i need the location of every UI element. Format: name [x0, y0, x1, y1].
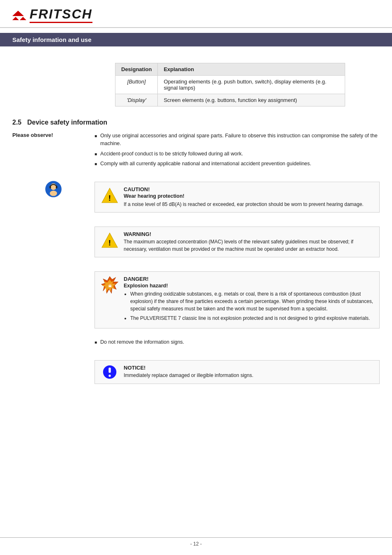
- list-item: When grinding oxidizable substances, e.g…: [130, 290, 374, 312]
- svg-point-2: [50, 191, 57, 196]
- notice-text: Immediately replace damaged or illegible…: [124, 372, 254, 379]
- svg-rect-14: [108, 368, 111, 373]
- caution-content: CAUTION! Wear hearing protection! If a n…: [124, 186, 364, 208]
- notice-left-spacer: [12, 356, 95, 388]
- table-cell-designation-1: 'Display': [115, 94, 158, 106]
- list-item: Only use original accessories and origin…: [95, 132, 380, 148]
- logo-triangle-top-icon: [12, 11, 24, 16]
- logo-underline: [30, 22, 92, 23]
- do-not-remove-list: Do not remove the information signs.: [95, 338, 380, 346]
- caution-subtitle: Wear hearing protection!: [124, 193, 364, 199]
- warning-box: ! WARNING! The maximum accepted concentr…: [95, 227, 380, 257]
- notice-box-wrap: NOTICE! Immediately replace damaged or i…: [95, 356, 380, 388]
- svg-text:☠: ☠: [108, 284, 112, 288]
- caution-warning-box: ! CAUTION! Wear hearing protection! If a…: [95, 182, 380, 213]
- do-not-remove-spacer: [12, 338, 95, 352]
- warning-title: WARNING!: [124, 231, 374, 237]
- please-observe-label: Please observe!: [12, 132, 53, 138]
- page-header: FRITSCH: [0, 0, 392, 28]
- section-bar-title: Safety information and use: [12, 36, 92, 43]
- do-not-remove-row: Do not remove the information signs.: [12, 338, 380, 352]
- danger-box: ☠ DANGER! Explosion hazard! When grindin…: [95, 271, 380, 328]
- logo-triangles-icon: [12, 11, 26, 20]
- warning-triangle-icon-wrap: !: [101, 231, 119, 249]
- list-item: Accident-proof conduct is to be strictly…: [95, 150, 380, 158]
- logo-tri-right-icon: [20, 17, 26, 20]
- danger-explosion-icon: ☠: [101, 276, 119, 294]
- list-item: Do not remove the information signs.: [95, 338, 380, 346]
- do-not-remove-content: Do not remove the information signs.: [95, 338, 380, 352]
- danger-icon-wrap: ☠: [101, 276, 119, 294]
- table-header-designation: Designation: [115, 63, 158, 76]
- table-cell-designation-0: [Button]: [115, 76, 158, 94]
- logo-triangle-bot-icon: [12, 17, 26, 20]
- right-column: Only use original accessories and origin…: [95, 132, 380, 173]
- danger-left-spacer: [12, 267, 95, 333]
- table-cell-explanation-0: Operating elements (e.g. push button, sw…: [158, 76, 345, 94]
- warning-left-spacer: [12, 222, 95, 261]
- table-cell-explanation-1: Screen elements (e.g. buttons, function …: [158, 94, 345, 106]
- page-footer: - 12 -: [0, 537, 392, 547]
- caution-box: ! CAUTION! Wear hearing protection! If a…: [95, 178, 380, 217]
- danger-content: DANGER! Explosion hazard! When grinding …: [124, 276, 374, 324]
- notice-row: NOTICE! Immediately replace damaged or i…: [12, 356, 380, 388]
- section-number: 2.5: [12, 119, 21, 126]
- section-title: Device safety information: [27, 119, 107, 126]
- notice-content: NOTICE! Immediately replace damaged or i…: [124, 365, 254, 379]
- logo-area: FRITSCH: [12, 7, 380, 23]
- main-content: Designation Explanation [Button] Operati…: [0, 46, 392, 409]
- table-header-explanation: Explanation: [158, 63, 345, 76]
- hearing-protection-icon: [44, 180, 62, 198]
- notice-title: NOTICE!: [124, 365, 254, 371]
- caution-hearing-row: ! CAUTION! Wear hearing protection! If a…: [12, 178, 380, 217]
- hearing-protection-icon-wrap: [12, 178, 95, 198]
- danger-box-wrap: ☠ DANGER! Explosion hazard! When grindin…: [95, 267, 380, 333]
- caution-title: CAUTION!: [124, 186, 364, 192]
- notice-icon: [102, 365, 117, 379]
- section-2-5-heading: 2.5 Device safety information: [12, 119, 380, 126]
- svg-text:!: !: [108, 238, 111, 247]
- caution-text: If a noise level of 85 dB(A) is reached …: [124, 201, 364, 208]
- bullet-list: Only use original accessories and origin…: [95, 132, 380, 168]
- designation-table: Designation Explanation [Button] Operati…: [115, 63, 345, 106]
- danger-title: DANGER!: [124, 276, 374, 282]
- list-item: Comply with all currently applicable nat…: [95, 160, 380, 168]
- notice-icon-wrap: [101, 365, 119, 379]
- danger-subtitle: Explosion hazard!: [124, 283, 374, 289]
- svg-point-15: [108, 375, 111, 377]
- svg-text:!: !: [108, 194, 111, 202]
- danger-bullet-list: When grinding oxidizable substances, e.g…: [124, 290, 374, 322]
- warning-text: The maximum accepted concentration (MAC)…: [124, 238, 374, 253]
- two-column-layout: Please observe! Only use original access…: [12, 132, 380, 173]
- warning-row: ! WARNING! The maximum accepted concentr…: [12, 222, 380, 261]
- danger-row: ☠ DANGER! Explosion hazard! When grindin…: [12, 267, 380, 333]
- logo-brand-text: FRITSCH: [30, 7, 92, 21]
- section-bar: Safety information and use: [0, 33, 392, 46]
- warning-box-wrap: ! WARNING! The maximum accepted concentr…: [95, 222, 380, 261]
- table-row: [Button] Operating elements (e.g. push b…: [115, 76, 345, 94]
- caution-triangle-icon-wrap: !: [101, 186, 119, 204]
- notice-box: NOTICE! Immediately replace damaged or i…: [95, 360, 380, 384]
- list-item: The PULVERISETTE 7 classic line is not e…: [130, 314, 374, 322]
- logo-text-wrap: FRITSCH: [30, 7, 92, 23]
- warning-triangle-icon: !: [101, 231, 119, 249]
- page-number: - 12 -: [190, 541, 202, 547]
- warning-content: WARNING! The maximum accepted concentrat…: [124, 231, 374, 253]
- table-row: 'Display' Screen elements (e.g. buttons,…: [115, 94, 345, 106]
- left-column: Please observe!: [12, 132, 95, 173]
- caution-triangle-icon: !: [101, 186, 119, 204]
- logo-tri-left-icon: [12, 17, 19, 20]
